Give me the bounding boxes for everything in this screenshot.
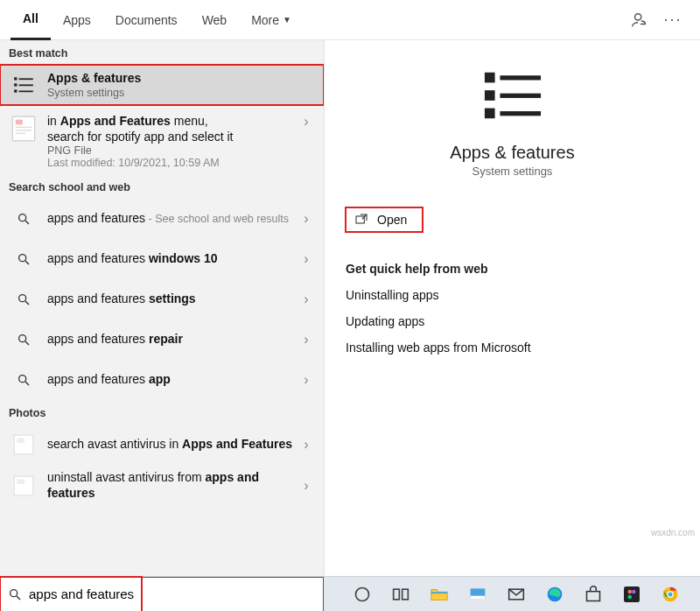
section-photos: Photos [0,400,324,425]
image-file-icon [9,471,38,501]
search-input[interactable] [27,583,318,605]
text: search avast antivirus in [47,437,182,451]
search-icon [9,244,38,274]
chevron-right-icon[interactable]: › [296,372,317,388]
chevron-right-icon[interactable]: › [296,251,317,267]
svg-point-47 [628,594,633,599]
web-result-3[interactable]: apps and features repair › [0,320,324,360]
chevron-right-icon[interactable]: › [296,332,317,348]
web-result-0[interactable]: apps and features - See school and web r… [0,199,324,239]
feedback-icon[interactable] [630,11,649,30]
chevron-right-icon[interactable]: › [296,114,317,130]
svg-rect-25 [17,479,24,483]
result-apps-and-features[interactable]: Apps & features System settings [0,65,324,105]
svg-point-20 [19,376,26,383]
taskbar-cortana-icon[interactable] [343,577,382,611]
tab-more-label: More [251,13,279,27]
quick-help: Get quick help from web Uninstalling app… [346,262,679,355]
svg-rect-29 [500,94,541,98]
svg-point-35 [356,587,369,600]
taskbar-edge-icon[interactable] [536,577,574,611]
svg-rect-36 [394,589,400,600]
web-result-2[interactable]: apps and features settings › [0,279,324,320]
search-icon [9,325,38,355]
svg-point-33 [10,589,18,596]
svg-point-18 [19,335,26,342]
svg-point-0 [635,13,641,19]
svg-line-13 [25,221,29,224]
svg-rect-37 [402,589,409,600]
svg-rect-11 [16,133,26,134]
svg-rect-10 [16,130,32,130]
results-pane: Best match Apps & features System settin… [0,40,324,576]
text: app [149,372,171,386]
svg-rect-9 [16,127,32,128]
image-file-icon [9,430,38,460]
svg-rect-32 [356,216,364,223]
chevron-right-icon[interactable]: › [296,437,317,453]
text: apps and features [47,372,149,386]
text: apps and features [47,291,149,306]
svg-rect-1 [14,77,17,80]
text: Apps and Features [60,114,171,128]
svg-point-45 [628,589,633,593]
preview-pane: Apps & features System settings Open Get… [324,40,700,576]
chevron-right-icon[interactable]: › [296,291,317,307]
chevron-right-icon[interactable]: › [296,478,317,494]
taskbar-explorer-icon[interactable] [420,577,458,611]
section-best-match: Best match [0,40,324,65]
search-icon [9,204,38,234]
text: menu, [171,114,208,128]
svg-rect-27 [500,75,541,80]
text: windows 10 [149,251,218,265]
search-box[interactable] [0,577,324,612]
svg-point-46 [632,589,636,593]
tab-web[interactable]: Web [190,0,240,40]
web-result-1[interactable]: apps and features windows 10 › [0,239,324,279]
tab-documents[interactable]: Documents [103,0,190,40]
text: uninstall avast antivirus from [47,470,206,484]
web-result-4[interactable]: apps and features app › [0,360,324,400]
image-file-icon [9,114,38,144]
taskbar-figma-icon[interactable] [612,577,651,611]
file-modified: Last modified: 10/9/2021, 10:59 AM [47,157,296,169]
text: apps and features [47,211,145,225]
svg-rect-3 [14,83,17,86]
tab-all[interactable]: All [10,0,51,40]
svg-rect-31 [500,111,541,116]
text: Apps and Features [182,437,292,451]
chevron-right-icon[interactable]: › [296,211,317,227]
text: - See school and web results [145,213,289,225]
file-type: PNG File [47,144,296,157]
more-options-icon[interactable]: ··· [663,11,682,30]
taskbar-app-1-icon[interactable] [458,577,497,611]
tab-apps[interactable]: Apps [51,0,103,40]
svg-point-14 [19,255,26,262]
svg-rect-8 [16,120,23,125]
preview-category: System settings [472,165,553,178]
help-link-uninstall[interactable]: Uninstalling apps [346,288,679,302]
photo-result-1[interactable]: uninstall avast antivirus from apps and … [0,465,324,506]
list-settings-icon [9,70,38,100]
tab-more[interactable]: More▼ [239,0,304,40]
svg-point-12 [19,214,26,221]
taskbar-chrome-icon[interactable] [651,577,690,611]
search-icon [8,587,22,601]
result-subtitle: System settings [47,87,317,99]
svg-line-21 [25,382,29,385]
svg-point-16 [19,295,26,302]
text: apps and features [47,332,149,346]
taskbar-mail-icon[interactable] [497,577,536,611]
result-title: Apps & features [47,71,141,85]
svg-line-15 [25,261,29,264]
svg-rect-26 [484,73,494,83]
open-button[interactable]: Open [346,207,423,232]
chevron-down-icon: ▼ [283,15,291,25]
taskbar-store-icon[interactable] [574,577,612,611]
help-link-webapps[interactable]: Installing web apps from Microsoft [346,341,679,355]
taskbar-taskview-icon[interactable] [382,577,420,611]
photo-result-0[interactable]: search avast antivirus in Apps and Featu… [0,425,324,465]
result-png-file[interactable]: in Apps and Features menu,search for spo… [0,105,324,174]
help-link-update[interactable]: Updating apps [346,314,679,328]
open-label: Open [377,213,407,227]
